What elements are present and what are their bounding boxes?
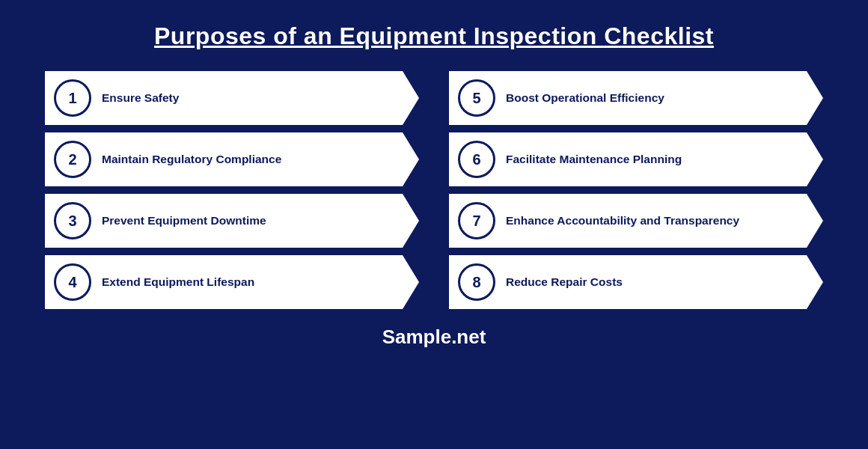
list-item: 6 Facilitate Maintenance Planning xyxy=(449,132,823,186)
item-number: 4 xyxy=(68,274,76,291)
footer-label: Sample.net xyxy=(382,326,486,349)
list-item: 7 Enhance Accountability and Transparenc… xyxy=(449,194,823,248)
list-item: 3 Prevent Equipment Downtime xyxy=(45,194,419,248)
item-number: 3 xyxy=(68,213,76,230)
item-text: Reduce Repair Costs xyxy=(506,275,623,289)
list-item: 8 Reduce Repair Costs xyxy=(449,255,823,309)
page-title: Purposes of an Equipment Inspection Chec… xyxy=(154,22,714,50)
item-number: 1 xyxy=(68,90,76,107)
list-item: 4 Extend Equipment Lifespan xyxy=(45,255,419,309)
item-text: Boost Operational Efficiency xyxy=(506,91,664,105)
item-circle: 6 xyxy=(458,141,495,178)
item-circle: 4 xyxy=(54,263,91,301)
items-grid: 1 Ensure Safety 5 Boost Operational Effi… xyxy=(45,71,823,309)
list-item: 2 Maintain Regulatory Compliance xyxy=(45,132,419,186)
item-number: 5 xyxy=(472,90,480,107)
item-circle: 5 xyxy=(458,79,495,117)
item-circle: 3 xyxy=(54,202,91,239)
item-number: 2 xyxy=(68,151,76,168)
item-number: 8 xyxy=(472,274,480,291)
list-item: 5 Boost Operational Efficiency xyxy=(449,71,823,125)
item-text: Prevent Equipment Downtime xyxy=(102,213,266,227)
item-number: 6 xyxy=(472,151,480,168)
item-text: Enhance Accountability and Transparency xyxy=(506,213,739,227)
item-text: Extend Equipment Lifespan xyxy=(102,275,254,289)
item-text: Maintain Regulatory Compliance xyxy=(102,152,281,166)
item-circle: 2 xyxy=(54,141,91,178)
item-circle: 1 xyxy=(54,79,91,117)
item-circle: 8 xyxy=(458,263,495,301)
item-text: Facilitate Maintenance Planning xyxy=(506,152,682,166)
item-number: 7 xyxy=(472,213,480,230)
list-item: 1 Ensure Safety xyxy=(45,71,419,125)
item-circle: 7 xyxy=(458,202,495,239)
item-text: Ensure Safety xyxy=(102,91,179,105)
